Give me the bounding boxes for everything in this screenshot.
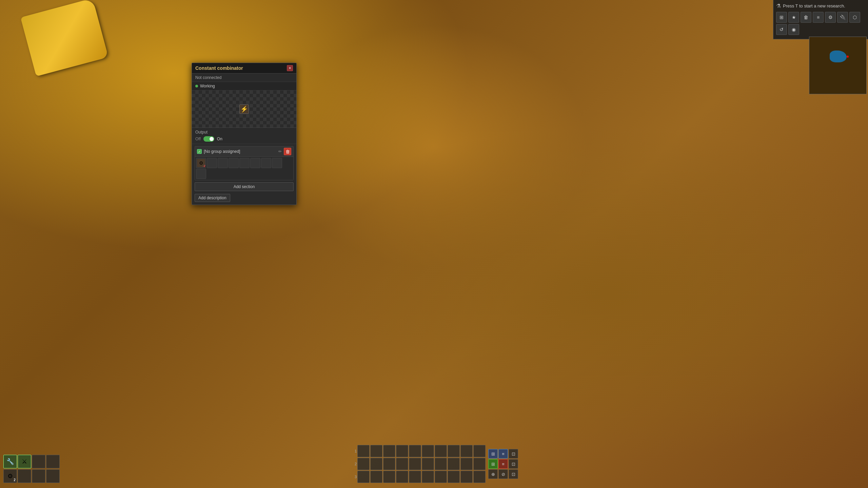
item-slot-2[interactable]	[207, 158, 217, 168]
on-off-toggle[interactable]	[203, 136, 214, 142]
group-edit-icon[interactable]: ✏	[278, 149, 282, 154]
inv-slot-5[interactable]: ⚙ 2	[3, 469, 17, 483]
toolbar-row-1: ⊞ ★ 🗑 ≡ ⚙ 🔌 ⬡	[776, 12, 865, 23]
hotbar-num-1: 1	[350, 449, 357, 453]
inv-slot-2[interactable]: ⚔	[18, 455, 31, 468]
hotbar-slot-1-6[interactable]	[422, 445, 434, 457]
item-slot-6[interactable]	[250, 158, 260, 168]
preview-area: ⚡	[192, 90, 296, 128]
toolbar-btn-gear[interactable]: ⚙	[825, 12, 836, 23]
hotbar-slot-3-5[interactable]	[409, 471, 421, 483]
hotbar-slot-2-10[interactable]	[473, 458, 486, 470]
hotbar-slot-3-6[interactable]	[422, 471, 434, 483]
output-section: Output Off On	[192, 128, 296, 144]
inv-slot-8[interactable]	[46, 469, 60, 483]
hotbar-slot-2-1[interactable]	[357, 458, 370, 470]
hotbar-slot-3-7[interactable]	[435, 471, 447, 483]
toolbar-btn-trash[interactable]: 🗑	[801, 12, 811, 23]
inv-slot-4[interactable]	[46, 455, 60, 468]
toolbar-btn-map[interactable]: ◉	[788, 24, 799, 35]
item-slot-3[interactable]	[218, 158, 228, 168]
hotbar-slot-1-2[interactable]	[370, 445, 382, 457]
hotbar-ctrl-row-2: ⊞ ≡ ⊡	[488, 459, 518, 469]
item-slot-5[interactable]	[239, 158, 250, 168]
inv-slot-7[interactable]	[32, 469, 45, 483]
hotbar-slot-1-3[interactable]	[383, 445, 395, 457]
hotbar-ctrl-row-1: ⊞ ≡ ⊡	[488, 449, 518, 459]
hotbar-slot-2-8[interactable]	[448, 458, 460, 470]
hotbar-ctrl-expand-3[interactable]: ⊡	[509, 469, 518, 479]
item-slot-1[interactable]: ⚙ -2	[196, 158, 206, 168]
hotbar-slot-2-2[interactable]	[370, 458, 382, 470]
group-delete-button[interactable]: 🗑	[284, 148, 291, 155]
on-label: On	[217, 137, 222, 141]
hotbar-slot-2-5[interactable]	[409, 458, 421, 470]
add-description-button[interactable]: Add description	[195, 194, 230, 202]
hotbar-slot-3-3[interactable]	[383, 471, 395, 483]
item-slot-4[interactable]	[229, 158, 239, 168]
toolbar-btn-plug[interactable]: 🔌	[837, 12, 848, 23]
item-slot-9[interactable]	[196, 169, 206, 179]
minimap[interactable]	[809, 37, 867, 94]
inv-slot-1[interactable]: 🔧	[3, 455, 17, 468]
top-right-panel: ⚗ Press T to start a new research. ⊞ ★ 🗑…	[773, 0, 868, 39]
toolbar-btn-rotate[interactable]: ↺	[776, 24, 787, 35]
toolbar-btn-hex[interactable]: ⬡	[849, 12, 860, 23]
slot-count: -2	[203, 164, 205, 168]
hotbar-ctrl-up[interactable]: ⊕	[488, 469, 498, 479]
hotbar-slot-2-6[interactable]	[422, 458, 434, 470]
dialog-body: Not connected Working ⚡ Output Off On	[192, 74, 296, 205]
output-label: Output	[195, 130, 293, 135]
hotbar-slot-1-10[interactable]	[473, 445, 486, 457]
hotbar-row-3: 3	[350, 471, 486, 483]
hotbar-row-1: 1	[350, 445, 486, 457]
toggle-knob	[210, 137, 214, 141]
hotbar-slot-3-8[interactable]	[448, 471, 460, 483]
hotbar-ctrl-grid-blue[interactable]: ⊞	[488, 449, 498, 459]
group-checkbox[interactable]: ✓	[197, 149, 202, 154]
hotbar-slot-1-1[interactable]	[357, 445, 370, 457]
item-slot-7[interactable]	[261, 158, 271, 168]
hotbar-ctrl-expand-2[interactable]: ⊡	[509, 459, 518, 469]
hotbar-slot-1-8[interactable]	[448, 445, 460, 457]
hotbar-ctrl-grid-green[interactable]: ⊞	[488, 459, 498, 469]
toolbar-btn-grid[interactable]: ⊞	[776, 12, 787, 23]
hotbar-slot-3-1[interactable]	[357, 471, 370, 483]
group-header: ✓ [No group assigned] ✏ 🗑	[195, 146, 293, 157]
slot-item-icon: ⚙ -2	[197, 159, 205, 167]
hotbar-slot-3-2[interactable]	[370, 471, 382, 483]
hotbar-slot-2-4[interactable]	[396, 458, 408, 470]
hotbar-slot-1-5[interactable]	[409, 445, 421, 457]
research-hint: Press T to start a new research.	[783, 3, 845, 8]
toolbar-btn-star[interactable]: ★	[788, 12, 799, 23]
working-status-row: Working	[192, 82, 296, 90]
hotbar-slot-1-9[interactable]	[460, 445, 473, 457]
hotbar-ctrl-list-blue[interactable]: ≡	[498, 449, 508, 459]
inv-slot-3[interactable]	[32, 455, 45, 468]
hotbar-ctrl-row-3: ⊕ ⊘ ⊡	[488, 469, 518, 479]
hotbar-slot-3-4[interactable]	[396, 471, 408, 483]
hotbar-slot-3-9[interactable]	[460, 471, 473, 483]
hotbar-ctrl-list-red[interactable]: ≡	[498, 459, 508, 469]
hotbar-slot-1-4[interactable]	[396, 445, 408, 457]
hotbar-ctrl-down[interactable]: ⊘	[498, 469, 508, 479]
hotbar-slot-2-9[interactable]	[460, 458, 473, 470]
toolbar-btn-menu[interactable]: ≡	[813, 12, 824, 23]
minimap-player-dot	[847, 56, 849, 58]
item-slot-8[interactable]	[272, 158, 282, 168]
game-background	[0, 0, 868, 488]
bottom-left-inventory: 🔧 ⚔ ⚙ 2	[3, 455, 60, 483]
add-section-button[interactable]: Add section	[195, 182, 294, 191]
hotbar-slot-3-10[interactable]	[473, 471, 486, 483]
hotbar-ctrl-expand-1[interactable]: ⊡	[509, 449, 518, 459]
dialog-close-button[interactable]: ×	[287, 65, 293, 71]
inv-row-1: 🔧 ⚔	[3, 455, 60, 468]
minimap-water	[830, 50, 847, 62]
inv-slot-6[interactable]	[18, 469, 31, 483]
hotbar-rows: 1 2 3	[350, 445, 486, 483]
hotbar-slot-2-7[interactable]	[435, 458, 447, 470]
hotbar-slot-1-7[interactable]	[435, 445, 447, 457]
group-slots: ⚙ -2	[195, 157, 293, 180]
group-section: ✓ [No group assigned] ✏ 🗑 ⚙ -2	[195, 146, 294, 180]
hotbar-slot-2-3[interactable]	[383, 458, 395, 470]
